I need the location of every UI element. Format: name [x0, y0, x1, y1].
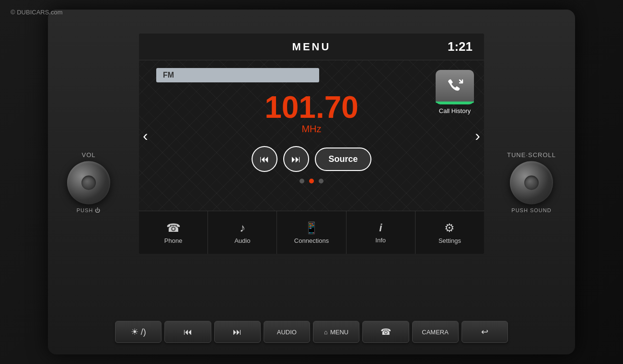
menu-button[interactable]: ⌂ MENU: [313, 321, 359, 343]
skip-forward-icon: ⏭: [233, 327, 242, 337]
prev-button[interactable]: ⏮: [252, 146, 277, 172]
back-button[interactable]: ↩: [461, 321, 508, 343]
car-unit: © DUBICARS.com VOL PUSH ⏻ TUNE·SCROLL PU…: [0, 0, 623, 364]
watermark: © DUBICARS.com: [11, 9, 63, 16]
vol-knob-section: VOL PUSH ⏻: [67, 151, 110, 213]
phone-icon: ☎: [166, 221, 181, 235]
nav-settings[interactable]: ⚙ Settings: [415, 211, 484, 254]
call-history-icon: [444, 76, 465, 97]
skip-back-icon: ⏮: [184, 327, 192, 337]
dot-2[interactable]: [309, 179, 314, 183]
tune-label: TUNE·SCROLL: [507, 151, 556, 159]
call-history-label: Call History: [439, 107, 471, 114]
settings-icon: ⚙: [444, 221, 455, 235]
vol-label: VOL: [81, 151, 95, 159]
next-button[interactable]: ⏭: [283, 146, 309, 172]
playback-controls: ⏮ ⏭ Source: [252, 146, 371, 172]
nav-phone-label: Phone: [164, 237, 183, 244]
nav-audio-label: Audio: [234, 237, 250, 244]
skip-forward-button[interactable]: ⏭: [214, 321, 261, 343]
call-icon: ☎: [381, 327, 391, 337]
home-icon: ⌂: [324, 329, 328, 336]
nav-info[interactable]: i Info: [346, 211, 415, 254]
main-panel: FM 101.70 MHz ⏮ ⏭ Source: [139, 60, 484, 211]
screen-content: FM 101.70 MHz ⏮ ⏭ Source: [139, 60, 484, 211]
screen-title: MENU: [258, 41, 365, 53]
audio-button-label: AUDIO: [277, 329, 297, 336]
audio-icon: ♪: [240, 221, 245, 235]
dot-1[interactable]: [300, 179, 304, 183]
tune-knob-section: TUNE·SCROLL PUSH SOUND: [507, 151, 556, 213]
nav-settings-label: Settings: [438, 237, 461, 244]
source-button[interactable]: Source: [315, 148, 371, 171]
call-button[interactable]: ☎: [362, 321, 409, 343]
call-history-icon-box: [436, 70, 474, 104]
call-history-button[interactable]: Call History: [433, 70, 476, 114]
camera-button-label: CAMERA: [422, 329, 449, 336]
right-arrow[interactable]: ›: [475, 127, 480, 145]
back-icon: ↩: [481, 327, 488, 337]
audio-button[interactable]: AUDIO: [264, 321, 310, 343]
push-power-label: PUSH ⏻: [77, 207, 101, 213]
hardware-buttons: ☀ /) ⏮ ⏭ AUDIO ⌂ MENU ☎ CAMERA: [115, 321, 508, 343]
vol-knob[interactable]: [67, 161, 110, 205]
nav-info-label: Info: [375, 237, 386, 244]
frequency-unit: MHz: [301, 124, 321, 135]
menu-button-label: MENU: [330, 329, 348, 336]
tune-knob[interactable]: [510, 161, 553, 205]
camera-button[interactable]: CAMERA: [412, 321, 459, 343]
fm-band-bar[interactable]: FM: [156, 68, 319, 82]
dot-3[interactable]: [319, 179, 323, 183]
frequency-display: 101.70: [265, 92, 358, 123]
skip-back-button[interactable]: ⏮: [164, 321, 211, 343]
nav-phone[interactable]: ☎ Phone: [139, 211, 208, 254]
connections-icon: 📱: [304, 221, 319, 235]
mode-icon: /): [141, 327, 146, 337]
nav-connections-label: Connections: [294, 237, 329, 244]
brightness-icon: ☀: [131, 327, 138, 337]
infotainment-screen: MENU 1:21 FM 101.70 MHz ⏮ ⏭ Source: [139, 34, 484, 254]
info-icon: i: [379, 222, 382, 234]
push-sound-label: PUSH SOUND: [511, 207, 551, 213]
screen-nav-bar: ☎ Phone ♪ Audio 📱 Connections i Info ⚙: [139, 211, 484, 254]
clock: 1:21: [365, 39, 473, 54]
nav-connections[interactable]: 📱 Connections: [277, 211, 346, 254]
pagination-dots: [300, 179, 323, 183]
brightness-toggle-button[interactable]: ☀ /): [115, 321, 162, 343]
unit-body: VOL PUSH ⏻ TUNE·SCROLL PUSH SOUND MENU 1…: [48, 10, 575, 354]
nav-audio[interactable]: ♪ Audio: [208, 211, 277, 254]
screen-header: MENU 1:21: [139, 34, 484, 60]
left-arrow[interactable]: ‹: [143, 127, 148, 145]
